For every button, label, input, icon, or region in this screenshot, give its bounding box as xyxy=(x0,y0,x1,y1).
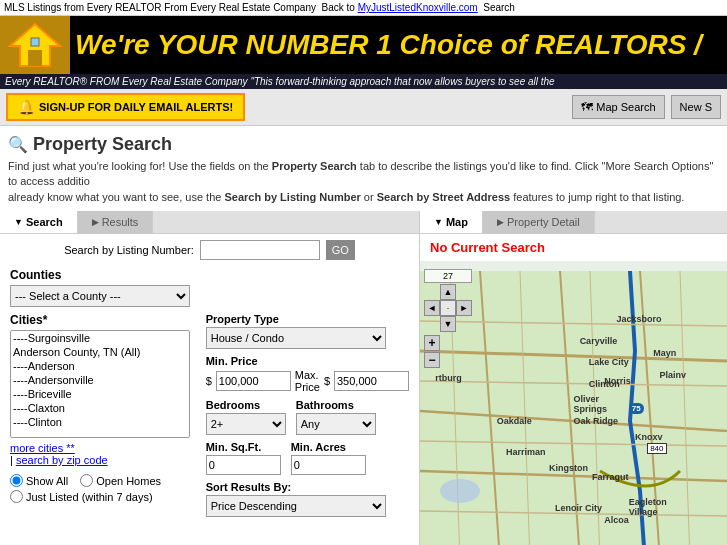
tab-map[interactable]: ▼ Map xyxy=(420,211,483,233)
sqft-acres-row: Min. Sq.Ft. Min. Acres xyxy=(206,441,409,475)
tab-property-detail[interactable]: ▶ Property Detail xyxy=(483,211,595,233)
bell-icon: 🔔 xyxy=(18,99,35,115)
cities-links: more cities ** | search by zip code xyxy=(10,442,196,466)
bathrooms-select[interactable]: Any 1+ 2+ 3+ xyxy=(296,413,376,435)
action-bar: 🔔 SIGN-UP FOR DAILY EMAIL ALERTS! 🗺 Map … xyxy=(0,89,727,126)
main-panels: ▼ Search ▶ Results Search by Listing Num… xyxy=(0,211,727,545)
nav-cluster: ▲ ◄ · ► ▼ xyxy=(424,284,472,332)
zoom-level: 27 xyxy=(424,269,472,283)
cities-col: Cities* ----Surgoinsville Anderson Count… xyxy=(10,313,196,517)
svg-point-18 xyxy=(440,479,480,503)
go-button[interactable]: GO xyxy=(326,240,355,260)
sqft-section: Min. Sq.Ft. xyxy=(206,441,281,475)
min-price-input[interactable] xyxy=(216,371,291,391)
zoom-in-button[interactable]: + xyxy=(424,335,440,351)
listing-number-input[interactable] xyxy=(200,240,320,260)
min-price-label: Min. Price xyxy=(206,355,409,367)
action-bar-right: 🗺 Map Search New S xyxy=(572,95,721,119)
search-panel: ▼ Search ▶ Results Search by Listing Num… xyxy=(0,211,420,545)
map-tabs: ▼ Map ▶ Property Detail xyxy=(420,211,727,234)
tagline-bar: Every REALTOR® FROM Every Real Estate Co… xyxy=(0,74,727,89)
price-row: Min. Price $ Max. Price $ xyxy=(206,355,409,393)
search-icon: 🔍 xyxy=(8,135,28,154)
detail-tab-arrow-icon: ▶ xyxy=(497,217,504,227)
listing-search-row: Search by Listing Number: GO xyxy=(10,240,409,260)
bathrooms-label: Bathrooms xyxy=(296,399,376,411)
svg-rect-1 xyxy=(28,50,42,66)
tab-search[interactable]: ▼ Search xyxy=(0,211,78,233)
pan-up-button[interactable]: ▲ xyxy=(440,284,456,300)
pan-center-button[interactable]: · xyxy=(440,300,456,316)
cities-label: Cities* xyxy=(10,313,196,327)
map-panel: ▼ Map ▶ Property Detail No Current Searc… xyxy=(420,211,727,545)
listing-search-label: Search by Listing Number: xyxy=(64,244,194,256)
sort-select[interactable]: Price Descending Price Ascending Newest … xyxy=(206,495,386,517)
svg-rect-2 xyxy=(31,38,39,46)
price-section: Min. Price $ Max. Price $ xyxy=(206,355,409,393)
more-cities-link[interactable]: more cities ** xyxy=(10,442,75,454)
show-all-radio[interactable]: Show All xyxy=(10,474,68,487)
page-title: Property Search xyxy=(33,134,172,155)
show-all-radio-input[interactable] xyxy=(10,474,23,487)
property-type-section: Property Type House / Condo Land Commerc… xyxy=(206,313,409,349)
sort-label: Sort Results By: xyxy=(206,481,409,493)
acres-section: Min. Acres xyxy=(291,441,366,475)
two-col: Cities* ----Surgoinsville Anderson Count… xyxy=(10,313,409,517)
map-icon: 🗺 xyxy=(581,100,593,114)
property-type-label: Property Type xyxy=(206,313,409,325)
tab-arrow-icon: ▶ xyxy=(92,217,99,227)
bedrooms-select[interactable]: Any 1+ 2+ 3+ 4+ 5+ xyxy=(206,413,286,435)
no-search-text: No Current Search xyxy=(420,234,727,261)
open-homes-radio-input[interactable] xyxy=(80,474,93,487)
map-tab-arrow-icon: ▼ xyxy=(434,217,443,227)
pan-left-button[interactable]: ◄ xyxy=(424,300,440,316)
new-search-button[interactable]: New S xyxy=(671,95,721,119)
bedrooms-label: Bedrooms xyxy=(206,399,286,411)
sqft-input[interactable] xyxy=(206,455,281,475)
top-bar-search: Search xyxy=(483,2,515,13)
site-link[interactable]: MyJustListedKnoxville.com xyxy=(358,2,478,13)
bedrooms-section: Bedrooms Any 1+ 2+ 3+ 4+ 5+ xyxy=(206,399,286,435)
interstate-75-badge: 75 xyxy=(629,401,644,414)
pan-right-button[interactable]: ► xyxy=(456,300,472,316)
top-bar-left: MLS Listings from Every REALTOR From Eve… xyxy=(4,2,515,13)
search-form: Search by Listing Number: GO Counties --… xyxy=(0,234,419,523)
map-search-button[interactable]: 🗺 Map Search xyxy=(572,95,664,119)
logo-bar: We're YOUR NUMBER 1 Choice of REALTORS / xyxy=(0,16,727,74)
bed-bath-row: Bedrooms Any 1+ 2+ 3+ 4+ 5+ Bathro xyxy=(206,399,409,435)
counties-section: Counties --- Select a County --- xyxy=(10,268,409,307)
open-homes-radio[interactable]: Open Homes xyxy=(80,474,161,487)
cities-list[interactable]: ----Surgoinsville Anderson County, TN (A… xyxy=(10,330,190,438)
zoom-out-button[interactable]: − xyxy=(424,352,440,368)
property-details-col: Property Type House / Condo Land Commerc… xyxy=(206,313,409,517)
sort-section: Sort Results By: Price Descending Price … xyxy=(206,481,409,517)
top-bar: MLS Listings from Every REALTOR From Eve… xyxy=(0,0,727,16)
zip-code-link[interactable]: search by zip code xyxy=(16,454,108,466)
max-price-input[interactable] xyxy=(334,371,409,391)
bathrooms-section: Bathrooms Any 1+ 2+ 3+ xyxy=(296,399,376,435)
logo-text: We're YOUR NUMBER 1 Choice of REALTORS / xyxy=(70,29,702,61)
sqft-label: Min. Sq.Ft. xyxy=(206,441,281,453)
map-container[interactable]: 27 ▲ ◄ · ► ▼ + − Jacksboro xyxy=(420,261,727,545)
radio-row-2: Just Listed (within 7 days) xyxy=(10,490,196,503)
tab-arrow-icon: ▼ xyxy=(14,217,23,227)
email-alert-button[interactable]: 🔔 SIGN-UP FOR DAILY EMAIL ALERTS! xyxy=(6,93,245,121)
map-controls: 27 ▲ ◄ · ► ▼ + − xyxy=(424,269,472,369)
acres-label: Min. Acres xyxy=(291,441,366,453)
page-title-row: 🔍 Property Search xyxy=(0,126,727,159)
radio-group: Show All Open Homes Just Listed (within … xyxy=(10,474,196,503)
intro-text: Find just what you're looking for! Use t… xyxy=(0,159,727,211)
radio-row-1: Show All Open Homes xyxy=(10,474,196,487)
price-inputs: $ Max. Price $ xyxy=(206,369,409,393)
acres-input[interactable] xyxy=(291,455,366,475)
property-type-select[interactable]: House / Condo Land Commercial xyxy=(206,327,386,349)
just-listed-radio-input[interactable] xyxy=(10,490,23,503)
just-listed-radio[interactable]: Just Listed (within 7 days) xyxy=(10,490,153,503)
pan-down-button[interactable]: ▼ xyxy=(440,316,456,332)
search-tabs: ▼ Search ▶ Results xyxy=(0,211,419,234)
tab-results[interactable]: ▶ Results xyxy=(78,211,154,233)
county-select[interactable]: --- Select a County --- xyxy=(10,285,190,307)
tagline-text: Every REALTOR® FROM Every Real Estate Co… xyxy=(5,76,555,87)
top-bar-text: MLS Listings from Every REALTOR From Eve… xyxy=(4,2,316,13)
house-logo-icon xyxy=(8,20,63,70)
